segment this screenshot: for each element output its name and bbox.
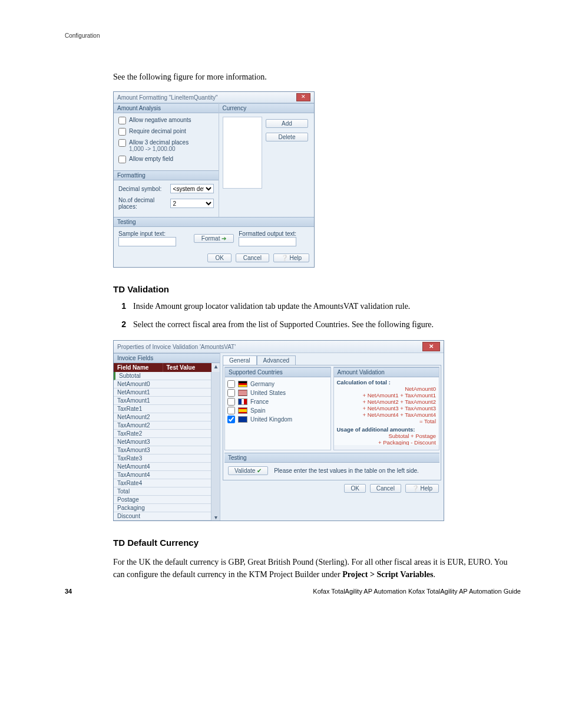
usage-label: Usage of additional amounts: [337, 426, 437, 433]
testing-hint: Please enter the test values in the tabl… [274, 467, 419, 474]
sample-input-label: Sample input text: [118, 230, 189, 237]
testing-header: Testing [224, 453, 439, 463]
table-row[interactable]: TaxAmount3 [114, 446, 211, 454]
allow-negative-checkbox[interactable] [118, 117, 126, 124]
table-row[interactable]: Packaging [114, 504, 211, 512]
ok-button[interactable]: OK [207, 253, 231, 262]
list-number: 2 [113, 318, 126, 331]
usage-line: Subtotal + Postage [337, 433, 437, 439]
calculation-label: Calculation of total : [337, 379, 437, 386]
format-button[interactable]: Format ➔ [194, 234, 234, 243]
flag-icon-fr [238, 398, 247, 405]
sample-input-field[interactable] [118, 237, 176, 246]
table-row[interactable]: Subtotal [114, 372, 211, 380]
help-button[interactable]: ❔ Help [273, 253, 309, 262]
allow-3dec-hint: 1,000 -> 1,000.00 [129, 146, 176, 152]
tab-advanced[interactable]: Advanced [257, 355, 296, 365]
table-row[interactable]: TaxAmount1 [114, 397, 211, 405]
arrow-right-icon: ➔ [222, 235, 226, 242]
table-row[interactable]: TaxRate1 [114, 405, 211, 413]
country-checkbox-es[interactable] [227, 407, 235, 414]
help-icon: ❔ [281, 255, 288, 261]
delete-button[interactable]: Delete [266, 133, 308, 141]
table-row[interactable]: Total [114, 487, 211, 496]
table-row[interactable]: TaxRate2 [114, 430, 211, 438]
td-validation-heading: TD Validation [113, 284, 521, 294]
allow-negative-label: Allow negative amounts [129, 117, 191, 123]
table-row[interactable]: TaxRate3 [114, 454, 211, 463]
invoice-validation-dialog: Properties of Invoice Validation 'Amount… [113, 340, 444, 521]
cancel-button[interactable]: Cancel [370, 484, 401, 493]
require-decimal-label: Require decimal point [129, 128, 186, 134]
invoice-fields-header: Invoice Fields [114, 353, 220, 363]
close-icon[interactable]: ✕ [296, 93, 310, 101]
add-button[interactable]: Add [266, 119, 308, 128]
ok-button[interactable]: OK [344, 484, 365, 493]
allow-3dec-label: Allow 3 decimal places [129, 139, 189, 146]
amount-formatting-dialog: Amount Formatting "LineItemQuantity" ✕ A… [113, 91, 315, 268]
running-header: Configuration [65, 32, 100, 39]
footer-doc-title: Kofax TotalAgility AP Automation Kofax T… [313, 588, 521, 595]
validation-item-2: Select the correct fiscal area from the … [133, 318, 434, 331]
usage-line: + Packaging - Discount [337, 439, 437, 445]
decimal-places-label: No.of decimal places: [118, 197, 170, 210]
flag-icon-es [238, 407, 247, 414]
validate-button[interactable]: Validate ✔ [228, 466, 268, 475]
table-row[interactable]: TaxAmount4 [114, 471, 211, 479]
currency-paragraph: For the UK the default currency is GBP, … [113, 556, 521, 581]
calc-line: + NetAmount3 + TaxAmount3 [337, 405, 437, 411]
table-row[interactable]: TaxAmount2 [114, 421, 211, 430]
intro-paragraph: See the following figure for more inform… [113, 71, 521, 83]
flag-icon-us [238, 390, 247, 396]
table-row[interactable]: TaxRate4 [114, 479, 211, 487]
testing-header: Testing [114, 217, 314, 227]
country-checkbox-uk[interactable] [227, 416, 235, 423]
allow-empty-checkbox[interactable] [118, 156, 126, 163]
list-number: 1 [113, 300, 126, 312]
dialog-title: Amount Formatting "LineItemQuantity" [117, 94, 218, 101]
supported-countries-header: Supported Countries [225, 367, 330, 377]
check-icon: ✔ [257, 467, 262, 474]
scroll-down-icon[interactable]: ▾ [214, 514, 217, 521]
country-checkbox-us[interactable] [227, 389, 235, 397]
table-row[interactable]: NetAmount0 [114, 380, 211, 388]
require-decimal-checkbox[interactable] [118, 128, 126, 136]
table-row[interactable]: Postage [114, 496, 211, 504]
help-button[interactable]: ❔ Help [405, 484, 439, 493]
currency-list[interactable] [223, 117, 262, 189]
table-row[interactable]: NetAmount3 [114, 438, 211, 446]
help-icon: ❔ [412, 485, 419, 492]
col-test-value: Test Value [163, 363, 212, 372]
decimal-symbol-label: Decimal symbol: [118, 186, 170, 192]
calc-line: + NetAmount2 + TaxAmount2 [337, 398, 437, 405]
decimal-places-select[interactable]: 2 [170, 199, 214, 208]
formatted-output-field [239, 237, 296, 246]
table-row[interactable]: Discount [114, 512, 211, 521]
currency-header: Currency [219, 103, 314, 113]
allow-empty-label: Allow empty field [129, 156, 173, 162]
page-number: 34 [65, 588, 72, 595]
amount-analysis-header: Amount Analysis [114, 103, 219, 113]
scroll-up-icon[interactable]: ▴ [211, 363, 220, 372]
calc-line: + NetAmount4 + TaxAmount4 [337, 411, 437, 418]
scrollbar[interactable]: ▾ [211, 372, 220, 521]
country-checkbox-fr[interactable] [227, 398, 235, 406]
validation-item-1: Inside Amount group locator validation t… [133, 300, 410, 312]
table-row[interactable]: NetAmount1 [114, 388, 211, 397]
table-row[interactable]: NetAmount4 [114, 463, 211, 471]
table-row[interactable]: NetAmount2 [114, 413, 211, 421]
country-checkbox-de[interactable] [227, 380, 235, 388]
calc-line: + NetAmount1 + TaxAmount1 [337, 392, 437, 398]
allow-3dec-checkbox[interactable] [118, 139, 126, 147]
cancel-button[interactable]: Cancel [236, 253, 269, 262]
calc-line: NetAmount0 [337, 386, 437, 392]
country-label: United Kingdom [250, 416, 292, 423]
amount-validation-header: Amount Validation [334, 367, 439, 377]
close-icon[interactable]: ✕ [422, 342, 440, 351]
decimal-symbol-select[interactable]: <system def. [170, 184, 214, 193]
tab-general[interactable]: General [223, 355, 257, 365]
country-label: Spain [250, 407, 266, 414]
calc-line: = Total [337, 418, 437, 424]
menu-path: Project > Script Variables [342, 570, 433, 579]
country-label: France [250, 398, 269, 405]
